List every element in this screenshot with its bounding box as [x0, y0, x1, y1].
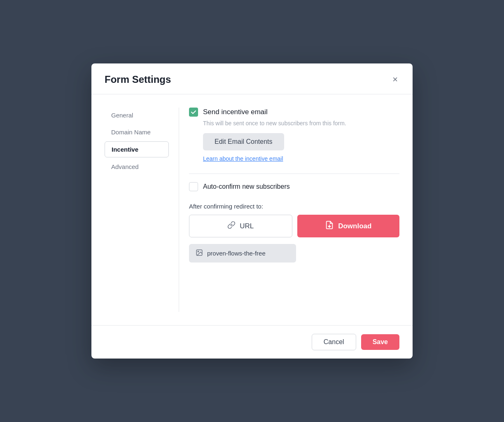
send-incentive-label: Send incentive email [203, 108, 268, 116]
sidebar-item-general[interactable]: General [105, 108, 169, 123]
modal-header: Form Settings × [91, 63, 413, 94]
sidebar-item-incentive[interactable]: Incentive [105, 141, 169, 157]
modal-overlay: Form Settings × General Domain Name Ince… [0, 0, 504, 422]
download-icon [325, 220, 334, 232]
modal-footer: Cancel Save [91, 325, 413, 359]
auto-confirm-row: Auto-confirm new subscribers [189, 182, 399, 191]
incentive-description: This will be sent once to new subscriber… [203, 120, 399, 127]
checkmark-icon [191, 109, 196, 115]
file-icon [196, 249, 203, 258]
save-button[interactable]: Save [361, 334, 399, 350]
url-button[interactable]: URL [189, 215, 292, 237]
section-divider [189, 173, 399, 174]
modal-dialog: Form Settings × General Domain Name Ince… [91, 63, 413, 359]
edit-email-button[interactable]: Edit Email Contents [203, 133, 284, 150]
sidebar-item-domain-name[interactable]: Domain Name [105, 124, 169, 140]
main-content: Send incentive email This will be sent o… [179, 108, 399, 312]
svg-point-2 [198, 251, 198, 252]
close-button[interactable]: × [391, 73, 399, 86]
file-name: proven-flows-the-free [207, 250, 266, 257]
redirect-section: After confirming redirect to: URL [189, 203, 399, 263]
learn-about-incentive-link[interactable]: Learn about the incentive email [203, 155, 399, 162]
incentive-email-section: Send incentive email This will be sent o… [189, 108, 399, 162]
modal-body: General Domain Name Incentive Advanced [91, 94, 413, 325]
send-incentive-checkbox[interactable] [189, 108, 198, 117]
download-button[interactable]: Download [297, 215, 400, 237]
url-button-label: URL [240, 222, 254, 230]
redirect-options: URL Download [189, 215, 399, 237]
link-icon [227, 221, 236, 231]
auto-confirm-checkbox[interactable] [189, 182, 198, 191]
sidebar-item-advanced[interactable]: Advanced [105, 159, 169, 174]
download-button-label: Download [338, 222, 371, 230]
file-row[interactable]: proven-flows-the-free [189, 244, 296, 263]
send-incentive-row: Send incentive email [189, 108, 399, 117]
modal-title: Form Settings [105, 74, 171, 85]
cancel-button[interactable]: Cancel [312, 334, 356, 350]
auto-confirm-section: Auto-confirm new subscribers [189, 182, 399, 191]
sidebar: General Domain Name Incentive Advanced [105, 108, 179, 312]
auto-confirm-label: Auto-confirm new subscribers [203, 183, 290, 190]
redirect-label: After confirming redirect to: [189, 203, 399, 210]
